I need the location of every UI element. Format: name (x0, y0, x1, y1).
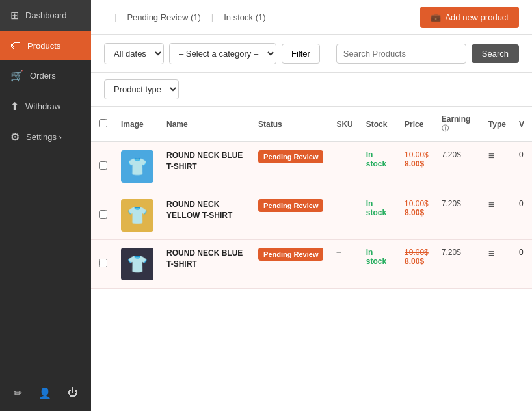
dashboard-icon: ⊞ (10, 9, 19, 21)
row-v-cell: 0 (512, 142, 532, 191)
stock-value: In stock (366, 248, 386, 266)
row-status-cell: Pending Review (252, 142, 330, 191)
row-checkbox-cell (91, 142, 114, 191)
type-icon[interactable]: ≡ (488, 248, 494, 259)
v-value: 0 (519, 199, 524, 208)
col-stock-header: Stock (360, 107, 398, 142)
earning-value: 7.20$ (442, 150, 461, 159)
row-stock-cell: In stock (360, 240, 398, 289)
row-stock-cell: In stock (360, 142, 398, 191)
filter-button[interactable]: Filter (282, 44, 320, 64)
filters-bar: All dates – Select a category – Filter S… (91, 35, 532, 73)
edit-icon[interactable]: ✏ (11, 384, 25, 402)
products-table: Image Name Status SKU Stock Price Earnin… (91, 107, 532, 289)
sidebar-item-products[interactable]: 🏷 Products (0, 31, 91, 60)
col-earning-header: Earning ⓘ (435, 107, 482, 142)
power-icon[interactable]: ⏻ (65, 384, 81, 402)
select-all-checkbox[interactable] (99, 119, 107, 127)
main-content: | Pending Review (1) | In stock (1) 💼 Ad… (91, 0, 532, 411)
sku-value: – (336, 248, 341, 257)
topbar: | Pending Review (1) | In stock (1) 💼 Ad… (91, 0, 532, 35)
row-name-cell: ROUND NECK YELLOW T-SHIRT (160, 191, 252, 240)
col-type-header: Type (482, 107, 512, 142)
add-product-button[interactable]: 💼 Add new product (420, 7, 519, 28)
sidebar-item-orders[interactable]: 🛒 Orders (0, 60, 91, 91)
row-earning-cell: 7.20$ (435, 240, 482, 289)
row-price-cell: 10.00$ 8.00$ (398, 240, 435, 289)
earning-value: 7.20$ (442, 248, 461, 257)
product-name: ROUND NECK YELLOW T-SHIRT (166, 200, 232, 220)
table-row: 👕 ROUND NECK BLUE T-SHIRT Pending Review… (91, 142, 532, 191)
row-v-cell: 0 (512, 191, 532, 240)
orders-icon: 🛒 (10, 70, 23, 82)
products-icon: 🏷 (10, 40, 21, 51)
shirt-icon: 👕 (127, 157, 148, 177)
type-icon[interactable]: ≡ (488, 199, 494, 210)
row-name-cell: ROUND NECK BLUE T-SHIRT (160, 240, 252, 289)
product-name: ROUND NECK BLUE T-SHIRT (166, 248, 243, 269)
row-checkbox[interactable] (99, 161, 107, 170)
sidebar-item-label: Settings › (26, 132, 62, 142)
row-sku-cell: – (330, 142, 359, 191)
sidebar-item-withdraw[interactable]: ⬆ Withdraw (0, 91, 91, 122)
row-stock-cell: In stock (360, 191, 398, 240)
row-checkbox[interactable] (99, 210, 107, 219)
stock-value: In stock (366, 199, 386, 217)
row-status-cell: Pending Review (252, 191, 330, 240)
sidebar-item-dashboard[interactable]: ⊞ Dashboard (0, 0, 91, 31)
tab-pending[interactable]: Pending Review (1) (127, 10, 200, 25)
tab-instock[interactable]: In stock (1) (224, 10, 265, 25)
shirt-icon: 👕 (127, 254, 148, 274)
col-image-header: Image (114, 107, 160, 142)
stock-value: In stock (366, 150, 386, 168)
product-name: ROUND NECK BLUE T-SHIRT (166, 151, 243, 171)
price-sale: 8.00$ (405, 208, 429, 217)
col-sku-header: SKU (330, 107, 359, 142)
row-earning-cell: 7.20$ (435, 191, 482, 240)
shirt-icon: 👕 (127, 206, 148, 226)
row-type-cell: ≡ (482, 240, 512, 289)
price-sale: 8.00$ (405, 159, 429, 168)
user-icon[interactable]: 👤 (36, 384, 54, 402)
price-original: 10.00$ (405, 150, 429, 159)
col-status-header: Status (252, 107, 330, 142)
earning-value: 7.20$ (442, 199, 461, 208)
row-price-cell: 10.00$ 8.00$ (398, 142, 435, 191)
row-image-cell: 👕 (114, 240, 160, 289)
topbar-tabs: | Pending Review (1) | In stock (1) (104, 10, 266, 25)
row-type-cell: ≡ (482, 142, 512, 191)
sidebar-item-label: Products (27, 41, 60, 51)
price-sale: 8.00$ (405, 257, 429, 266)
row-type-cell: ≡ (482, 191, 512, 240)
row-checkbox[interactable] (99, 259, 107, 267)
row-sku-cell: – (330, 240, 359, 289)
category-filter[interactable]: – Select a category – (169, 43, 276, 64)
v-value: 0 (519, 248, 524, 257)
row-checkbox-cell (91, 191, 114, 240)
product-image: 👕 (121, 248, 153, 280)
type-icon[interactable]: ≡ (488, 150, 494, 161)
search-input[interactable] (336, 44, 466, 64)
tab-separator-1: | (114, 12, 116, 22)
sku-value: – (336, 150, 341, 159)
date-filter[interactable]: All dates (104, 43, 164, 64)
sidebar-item-settings[interactable]: ⚙ Settings › (0, 122, 91, 152)
col-v-header: V (512, 107, 532, 142)
products-table-wrapper: Image Name Status SKU Stock Price Earnin… (91, 107, 532, 411)
row-status-cell: Pending Review (252, 240, 330, 289)
status-badge: Pending Review (258, 150, 323, 163)
settings-icon: ⚙ (10, 131, 20, 143)
col-name-header: Name (160, 107, 252, 142)
sidebar-item-label: Orders (30, 71, 56, 81)
table-header-row: Image Name Status SKU Stock Price Earnin… (91, 107, 532, 142)
sku-value: – (336, 199, 341, 208)
subfilter-bar: Product type (91, 73, 532, 107)
product-type-filter[interactable]: Product type (104, 79, 179, 99)
search-button[interactable]: Search (472, 44, 519, 63)
row-price-cell: 10.00$ 8.00$ (398, 191, 435, 240)
products-tbody: 👕 ROUND NECK BLUE T-SHIRT Pending Review… (91, 142, 532, 289)
sidebar-bottom: ✏ 👤 ⏻ (0, 375, 91, 411)
product-image: 👕 (121, 199, 153, 232)
product-image: 👕 (121, 150, 153, 183)
status-badge: Pending Review (258, 248, 323, 261)
